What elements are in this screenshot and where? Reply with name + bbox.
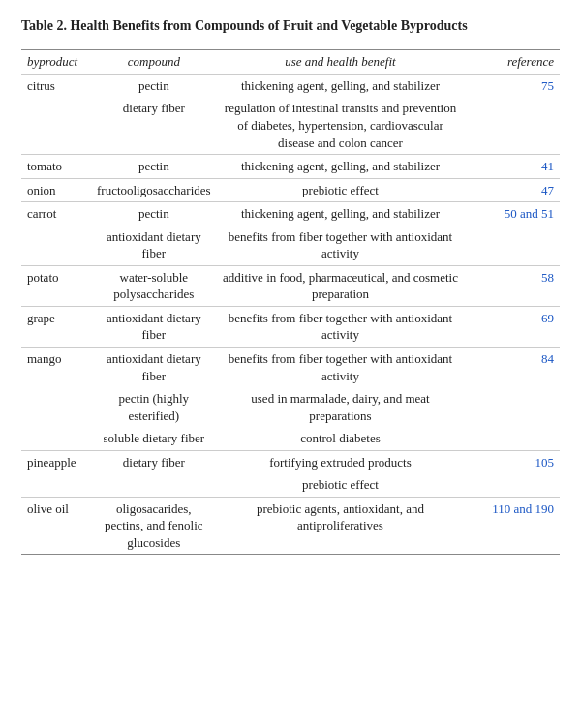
cell-byproduct: potato [21, 265, 91, 306]
table-row: soluble dietary fibercontrol diabetes [21, 427, 560, 450]
cell-byproduct: carrot [21, 202, 91, 226]
cell-byproduct [21, 226, 91, 266]
cell-byproduct [21, 473, 91, 497]
cell-compound: dietary fiber [91, 450, 217, 473]
table-row: pectin (highly esterified)used in marmal… [21, 387, 560, 427]
table-row: pineappledietary fiberfortifying extrude… [21, 450, 560, 473]
cell-reference [464, 97, 560, 154]
cell-reference: 47 [464, 178, 560, 202]
cell-use: additive in food, pharmaceutical, and co… [217, 265, 465, 306]
cell-use: control diabetes [217, 427, 465, 450]
table-row: prebiotic effect [21, 473, 560, 497]
cell-byproduct: citrus [21, 74, 91, 97]
table-row: tomatopectinthickening agent, gelling, a… [21, 155, 560, 179]
cell-use: prebiotic effect [217, 178, 465, 202]
cell-compound: water-soluble polysaccharides [91, 265, 217, 306]
table-row: grapeantioxidant dietary fiberbenefits f… [21, 306, 560, 347]
cell-use: used in marmalade, dairy, and meat prepa… [217, 387, 465, 427]
table-row: citruspectinthickening agent, gelling, a… [21, 74, 560, 97]
cell-use: thickening agent, gelling, and stabilize… [217, 202, 465, 226]
cell-compound: oligosacarides, pectins, and fenolic glu… [91, 497, 217, 555]
cell-reference: 69 [464, 306, 560, 347]
col-header-use: use and health benefit [217, 49, 465, 74]
cell-byproduct: mango [21, 348, 91, 388]
cell-byproduct [21, 427, 91, 450]
cell-use: thickening agent, gelling, and stabilize… [217, 155, 465, 179]
cell-compound [91, 473, 217, 497]
cell-reference: 58 [464, 265, 560, 306]
cell-reference: 41 [464, 155, 560, 179]
cell-reference [464, 473, 560, 497]
cell-byproduct [21, 387, 91, 427]
cell-use: benefits from fiber together with antiox… [217, 348, 465, 388]
cell-reference [464, 226, 560, 266]
cell-reference: 50 and 51 [464, 202, 560, 226]
cell-compound: dietary fiber [91, 97, 217, 154]
cell-use: benefits from fiber together with antiox… [217, 306, 465, 347]
cell-compound: antioxidant dietary fiber [91, 348, 217, 388]
col-header-byproduct: byproduct [21, 49, 91, 74]
cell-compound: antioxidant dietary fiber [91, 226, 217, 266]
cell-use: prebiotic agents, antioxidant, and antip… [217, 497, 465, 555]
table-row: onionfructooligosaccharidesprebiotic eff… [21, 178, 560, 202]
table-row: olive oiloligosacarides, pectins, and fe… [21, 497, 560, 555]
cell-reference: 75 [464, 74, 560, 97]
col-header-compound: compound [91, 49, 217, 74]
cell-byproduct: tomato [21, 155, 91, 179]
cell-use: benefits from fiber together with antiox… [217, 226, 465, 266]
cell-compound: pectin [91, 202, 217, 226]
cell-use: fortifying extruded products [217, 450, 465, 473]
cell-byproduct: pineapple [21, 450, 91, 473]
cell-byproduct: olive oil [21, 497, 91, 555]
cell-compound: antioxidant dietary fiber [91, 306, 217, 347]
table-header-row: byproduct compound use and health benefi… [21, 49, 560, 74]
cell-reference: 105 [464, 450, 560, 473]
main-table: byproduct compound use and health benefi… [21, 49, 560, 556]
cell-use: regulation of intestinal transits and pr… [217, 97, 465, 154]
table-row: potatowater-soluble polysaccharidesaddit… [21, 265, 560, 306]
cell-reference [464, 387, 560, 427]
col-header-reference: reference [464, 49, 560, 74]
cell-compound: pectin [91, 155, 217, 179]
cell-reference: 110 and 190 [464, 497, 560, 555]
table-row: antioxidant dietary fiberbenefits from f… [21, 226, 560, 266]
table-row: dietary fiberregulation of intestinal tr… [21, 97, 560, 154]
cell-compound: soluble dietary fiber [91, 427, 217, 450]
table-row: carrotpectinthickening agent, gelling, a… [21, 202, 560, 226]
cell-use: prebiotic effect [217, 473, 465, 497]
cell-use: thickening agent, gelling, and stabilize… [217, 74, 465, 97]
table-title: Table 2. Health Benefits from Compounds … [21, 17, 560, 36]
cell-byproduct: onion [21, 178, 91, 202]
cell-compound: pectin [91, 74, 217, 97]
cell-byproduct [21, 97, 91, 154]
cell-reference [464, 427, 560, 450]
table-row: mangoantioxidant dietary fiberbenefits f… [21, 348, 560, 388]
cell-compound: fructooligosaccharides [91, 178, 217, 202]
cell-byproduct: grape [21, 306, 91, 347]
cell-compound: pectin (highly esterified) [91, 387, 217, 427]
cell-reference: 84 [464, 348, 560, 388]
